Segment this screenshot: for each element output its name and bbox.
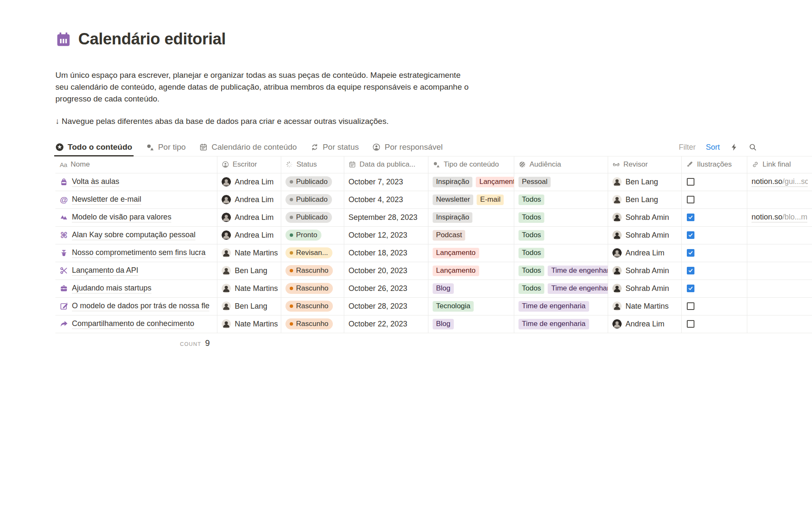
- cell-data-publicacao[interactable]: October 18, 2023: [344, 244, 428, 262]
- cell-nome[interactable]: O modelo de dados por trás de nossa fle: [55, 298, 217, 315]
- cell-nome[interactable]: Nosso comprometimento sem fins lucra: [55, 244, 217, 262]
- cell-tipo-conteudo[interactable]: Podcast: [428, 227, 514, 244]
- cell-revisor[interactable]: Ben Lang: [608, 191, 682, 208]
- cell-ilustracoes[interactable]: [682, 173, 747, 191]
- cell-link-final[interactable]: [747, 262, 812, 280]
- cell-status[interactable]: Publicado: [281, 173, 344, 191]
- cell-ilustracoes[interactable]: [682, 191, 747, 208]
- illustrations-checkbox[interactable]: [687, 285, 694, 292]
- cell-tipo-conteudo[interactable]: Inspiração: [428, 209, 514, 226]
- cell-data-publicacao[interactable]: October 12, 2023: [344, 227, 428, 244]
- cell-nome[interactable]: Volta às aulas: [55, 173, 217, 191]
- cell-nome[interactable]: @Newsletter de e-mail: [55, 191, 217, 208]
- cell-link-final[interactable]: [747, 191, 812, 208]
- cell-nome[interactable]: Modelo de visão para valores: [55, 209, 217, 226]
- cell-escritor[interactable]: Ben Lang: [217, 262, 281, 280]
- tab-por-responsavel[interactable]: Por responsável: [372, 139, 442, 156]
- count-button[interactable]: COUNT 9: [55, 338, 217, 348]
- cell-data-publicacao[interactable]: October 26, 2023: [344, 280, 428, 297]
- cell-tipo-conteudo[interactable]: Blog: [428, 315, 514, 333]
- cell-audiencia[interactable]: TodosTime de engenharia: [514, 262, 608, 280]
- cell-revisor[interactable]: Sohrab Amin: [608, 262, 682, 280]
- cell-tipo-conteudo[interactable]: Lançamento: [428, 262, 514, 280]
- cell-tipo-conteudo[interactable]: Lançamento: [428, 244, 514, 262]
- cell-ilustracoes[interactable]: [682, 244, 747, 262]
- cell-escritor[interactable]: Andrea Lim: [217, 227, 281, 244]
- cell-status[interactable]: Publicado: [281, 209, 344, 226]
- cell-ilustracoes[interactable]: [682, 280, 747, 297]
- column-header-revisor[interactable]: Revisor: [608, 156, 682, 173]
- cell-revisor[interactable]: Sohrab Amin: [608, 227, 682, 244]
- column-header-nome[interactable]: AaNome: [55, 156, 217, 173]
- cell-revisor[interactable]: Andrea Lim: [608, 315, 682, 333]
- cell-data-publicacao[interactable]: October 7, 2023: [344, 173, 428, 191]
- column-header-audiencia[interactable]: Audiência: [514, 156, 608, 173]
- column-header-ilustracoes[interactable]: Ilustrações: [682, 156, 747, 173]
- cell-data-publicacao[interactable]: October 4, 2023: [344, 191, 428, 208]
- bolt-icon[interactable]: [730, 143, 738, 151]
- tab-todo-o-conteudo[interactable]: Todo o conteúdo: [55, 139, 132, 156]
- cell-escritor[interactable]: Andrea Lim: [217, 209, 281, 226]
- cell-status[interactable]: Pronto: [281, 227, 344, 244]
- cell-audiencia[interactable]: Todos: [514, 191, 608, 208]
- filter-button[interactable]: Filter: [679, 143, 696, 152]
- search-icon[interactable]: [749, 143, 757, 151]
- cell-status[interactable]: Publicado: [281, 191, 344, 208]
- illustrations-checkbox[interactable]: [687, 267, 694, 274]
- cell-audiencia[interactable]: Time de engenharia: [514, 298, 608, 315]
- cell-nome[interactable]: Lançamento da API: [55, 262, 217, 280]
- illustrations-checkbox[interactable]: [687, 178, 694, 186]
- cell-escritor[interactable]: Andrea Lim: [217, 191, 281, 208]
- cell-link-final[interactable]: [747, 315, 812, 333]
- tab-calendario-de-conteudo[interactable]: Calendário de conteúdo: [199, 139, 297, 156]
- cell-tipo-conteudo[interactable]: Tecnologia: [428, 298, 514, 315]
- cell-data-publicacao[interactable]: October 20, 2023: [344, 262, 428, 280]
- cell-audiencia[interactable]: Todos: [514, 209, 608, 226]
- cell-tipo-conteudo[interactable]: Blog: [428, 280, 514, 297]
- cell-link-final[interactable]: [747, 280, 812, 297]
- cell-status[interactable]: Rascunho: [281, 262, 344, 280]
- cell-data-publicacao[interactable]: October 22, 2023: [344, 315, 428, 333]
- illustrations-checkbox[interactable]: [687, 320, 694, 328]
- cell-link-final[interactable]: [747, 244, 812, 262]
- cell-status[interactable]: Rascunho: [281, 298, 344, 315]
- illustrations-checkbox[interactable]: [687, 214, 694, 221]
- cell-revisor[interactable]: Sohrab Amin: [608, 280, 682, 297]
- cell-revisor[interactable]: Nate Martins: [608, 298, 682, 315]
- cell-tipo-conteudo[interactable]: InspiraçãoLançamento: [428, 173, 514, 191]
- cell-escritor[interactable]: Andrea Lim: [217, 173, 281, 191]
- illustrations-checkbox[interactable]: [687, 249, 694, 257]
- cell-link-final[interactable]: [747, 227, 812, 244]
- cell-nome[interactable]: ⌘Alan Kay sobre computação pessoal: [55, 227, 217, 244]
- cell-data-publicacao[interactable]: September 28, 2023: [344, 209, 428, 226]
- cell-audiencia[interactable]: Todos: [514, 244, 608, 262]
- cell-status[interactable]: Revisan...: [281, 244, 344, 262]
- column-header-status[interactable]: Status: [281, 156, 344, 173]
- cell-ilustracoes[interactable]: [682, 209, 747, 226]
- column-header-link-final[interactable]: Link final: [747, 156, 812, 173]
- cell-ilustracoes[interactable]: [682, 262, 747, 280]
- cell-status[interactable]: Rascunho: [281, 280, 344, 297]
- tab-por-tipo[interactable]: Por tipo: [146, 139, 186, 156]
- cell-audiencia[interactable]: Todos: [514, 227, 608, 244]
- cell-status[interactable]: Rascunho: [281, 315, 344, 333]
- tab-por-status[interactable]: Por status: [310, 139, 359, 156]
- cell-escritor[interactable]: Ben Lang: [217, 298, 281, 315]
- sort-button[interactable]: Sort: [706, 143, 720, 152]
- column-header-tipo-de-conteudo[interactable]: Tipo de conteúdo: [428, 156, 514, 173]
- cell-audiencia[interactable]: TodosTime de engenharia: [514, 280, 608, 297]
- cell-audiencia[interactable]: Time de engenharia: [514, 315, 608, 333]
- column-header-escritor[interactable]: Escritor: [217, 156, 281, 173]
- cell-ilustracoes[interactable]: [682, 298, 747, 315]
- cell-link-final[interactable]: [747, 298, 812, 315]
- illustrations-checkbox[interactable]: [687, 196, 694, 203]
- cell-ilustracoes[interactable]: [682, 315, 747, 333]
- column-header-data-da-publica[interactable]: Data da publica...: [344, 156, 428, 173]
- final-link[interactable]: notion.so/gui...sc: [752, 177, 808, 187]
- cell-link-final[interactable]: notion.so/gui...sc: [747, 173, 812, 191]
- cell-ilustracoes[interactable]: [682, 227, 747, 244]
- cell-escritor[interactable]: Nate Martins: [217, 280, 281, 297]
- cell-tipo-conteudo[interactable]: NewsletterE-mail: [428, 191, 514, 208]
- cell-nome[interactable]: Compartilhamento de conhecimento: [55, 315, 217, 333]
- cell-revisor[interactable]: Sohrab Amin: [608, 209, 682, 226]
